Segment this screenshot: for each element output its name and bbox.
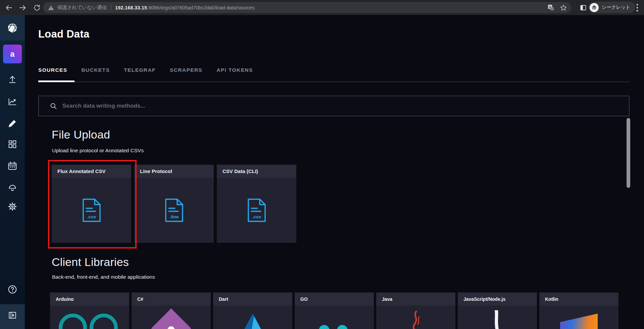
- influxdb-home-button[interactable]: [0, 15, 25, 41]
- line-file-icon: .line: [164, 198, 184, 222]
- javascript-logo: [490, 310, 503, 329]
- card-dart[interactable]: Dart: [213, 292, 292, 329]
- card-body: [458, 306, 537, 329]
- bookmark-star-icon[interactable]: [560, 4, 567, 11]
- sidebar-item-load-data[interactable]: [7, 74, 18, 85]
- sidebar-item-help[interactable]: [7, 284, 18, 295]
- card-csv-data-cli[interactable]: CSV Data (CLI) .csv: [217, 165, 296, 243]
- card-title-arduino: Arduino: [50, 292, 129, 306]
- section-title-file-upload: File Upload: [52, 128, 110, 141]
- url-host: 192.168.33.15: [115, 5, 147, 10]
- card-java[interactable]: Java: [376, 292, 455, 329]
- card-title-dart: Dart: [213, 292, 292, 306]
- incognito-profile-chip[interactable]: シークレット: [588, 2, 635, 13]
- reload-icon: [33, 4, 41, 12]
- arduino-logo: [59, 314, 87, 329]
- calendar-icon: [7, 161, 17, 171]
- side-panel-button[interactable]: [578, 2, 589, 13]
- section-subtitle-client-libraries: Back-end, front-end, and mobile applicat…: [52, 274, 155, 280]
- pencil-icon: [7, 118, 17, 128]
- csv-file-icon: .csv: [247, 198, 266, 222]
- card-go[interactable]: GO: [295, 292, 374, 329]
- page-title: Load Data: [38, 28, 90, 40]
- incognito-avatar: [590, 3, 599, 12]
- profile-name: シークレット: [602, 4, 631, 10]
- arduino-logo: [90, 314, 118, 329]
- address-bar[interactable]: 保護されていない通信 192.168.33.15 :8086/orgs/a076…: [43, 2, 571, 13]
- red-highlight-box: [48, 160, 137, 249]
- java-logo: [408, 311, 422, 329]
- org-avatar[interactable]: a: [3, 45, 22, 63]
- go-logo: [319, 325, 330, 329]
- card-javascript-nodejs[interactable]: JavaScript/Node.js: [458, 292, 537, 329]
- search-input[interactable]: [62, 103, 566, 109]
- kotlin-logo: [560, 314, 598, 329]
- browser-menu-button[interactable]: [634, 2, 641, 13]
- sidebar-item-data-explorer[interactable]: [7, 96, 18, 107]
- active-tab-underline: [38, 80, 75, 82]
- tab-api-tokens[interactable]: API TOKENS: [216, 67, 253, 75]
- tab-scrapers[interactable]: SCRAPERS: [170, 67, 202, 75]
- card-arduino[interactable]: Arduino: [50, 292, 129, 329]
- browser-toolbar: 保護されていない通信 192.168.33.15 :8086/orgs/a076…: [0, 0, 644, 15]
- influxdb-logo-icon: [7, 22, 18, 34]
- csharp-logo: [151, 309, 191, 329]
- content-scrollbar-thumb[interactable]: [627, 118, 630, 188]
- expand-panel-icon: [8, 311, 17, 320]
- section-title-client-libraries: Client Libraries: [52, 256, 129, 269]
- boards-grid-icon: [7, 139, 17, 149]
- card-body: .line: [134, 178, 214, 243]
- sidebar-item-notebooks[interactable]: [7, 118, 18, 129]
- browser-nav-buttons: [3, 2, 43, 14]
- card-body: [132, 306, 211, 329]
- card-line-protocol[interactable]: Line Protocol .line: [134, 165, 214, 243]
- sidebar-item-settings[interactable]: [7, 201, 18, 212]
- card-title-javascript-nodejs: JavaScript/Node.js: [458, 292, 537, 306]
- incognito-icon: [591, 4, 597, 11]
- go-logo: [337, 325, 348, 329]
- card-body: [295, 306, 374, 329]
- translate-icon[interactable]: G 文: [547, 4, 554, 11]
- back-button[interactable]: [3, 2, 15, 14]
- forward-button[interactable]: [17, 2, 29, 14]
- card-csharp[interactable]: C#: [132, 292, 211, 329]
- load-data-page: Load Data SOURCES BUCKETS TELEGRAF SCRAP…: [25, 15, 644, 329]
- tab-sources[interactable]: SOURCES: [38, 67, 67, 75]
- help-question-icon: [7, 284, 17, 294]
- url-path: :8086/orgs/a07605ad70bc2da0/load-data/so…: [147, 5, 254, 10]
- load-data-tabs: SOURCES BUCKETS TELEGRAF SCRAPERS API TO…: [38, 67, 253, 75]
- security-status-label: 保護されていない通信: [57, 4, 107, 11]
- card-title-csharp: C#: [132, 292, 211, 306]
- card-body: [539, 306, 618, 329]
- forward-arrow-icon: [18, 3, 27, 12]
- back-arrow-icon: [4, 3, 13, 12]
- search-box[interactable]: [38, 96, 630, 116]
- card-title-csv-data-cli: CSV Data (CLI): [217, 165, 296, 178]
- sidebar-item-dashboards[interactable]: [7, 139, 18, 150]
- expand-nav-button[interactable]: [7, 310, 18, 321]
- omnibox-actions: G 文: [547, 2, 567, 13]
- upload-icon: [7, 74, 17, 84]
- tab-telegraf[interactable]: TELEGRAF: [124, 67, 156, 75]
- card-body: .csv: [217, 178, 296, 243]
- card-title-line-protocol: Line Protocol: [134, 165, 214, 178]
- card-kotlin[interactable]: Kotlin: [539, 292, 618, 329]
- sidebar-item-alerts[interactable]: [7, 181, 18, 192]
- card-body: [376, 306, 455, 329]
- bell-icon: [7, 181, 17, 191]
- org-initial: a: [10, 50, 15, 59]
- sidebar-item-tasks[interactable]: [7, 161, 18, 171]
- tab-buckets[interactable]: BUCKETS: [81, 67, 110, 75]
- line-graph-icon: [7, 97, 17, 107]
- card-body: [213, 306, 292, 329]
- not-secure-warning-icon: [48, 4, 54, 11]
- card-title-kotlin: Kotlin: [539, 292, 618, 306]
- reload-button[interactable]: [31, 2, 43, 14]
- tabs-divider: [38, 81, 630, 82]
- svg-text:.csv: .csv: [252, 214, 261, 219]
- card-title-go: GO: [295, 292, 374, 306]
- card-title-java: Java: [376, 292, 455, 306]
- gear-icon: [7, 202, 17, 212]
- three-dots-icon: [636, 4, 638, 12]
- url-separator: [111, 5, 111, 10]
